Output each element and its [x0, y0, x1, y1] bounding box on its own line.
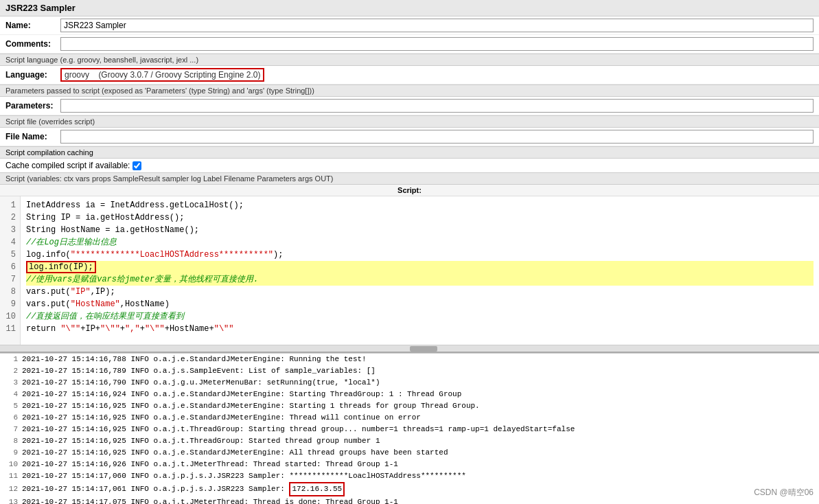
parameters-row: Parameters:	[0, 97, 819, 115]
filename-row: File Name:	[0, 128, 819, 146]
comments-row: Comments:	[0, 35, 819, 54]
script-file-header: Script file (overrides script)	[0, 115, 819, 128]
code-line-9: vars.put("HostName",HostName)	[26, 298, 814, 310]
script-content[interactable]: 12345 67891011 InetAddress ia = InetAddr…	[0, 196, 819, 345]
script-language-header: Script language (e.g. groovy, beanshell,…	[0, 54, 819, 66]
language-value[interactable]: groovy (Groovy 3.0.7 / Groovy Scripting …	[60, 68, 264, 82]
code-line-10: //直接返回值，在响应结果里可直接查看到	[26, 310, 814, 323]
log-line-12: 12 2021-10-27 15:14:17,061 INFO o.a.j.p.…	[0, 482, 819, 496]
parameters-input[interactable]	[60, 99, 814, 113]
comments-label: Comments:	[5, 39, 60, 49]
cache-label: Cache compiled script if available:	[5, 161, 130, 170]
window-title: JSR223 Sampler	[0, 0, 819, 16]
comments-input[interactable]	[60, 37, 814, 51]
parameters-header: Parameters passed to script (exposed as …	[0, 84, 819, 97]
code-line-1: InetAddress ia = InetAddress.getLocalHos…	[26, 199, 814, 211]
code-editor[interactable]: InetAddress ia = InetAddress.getLocalHos…	[21, 196, 819, 345]
code-line-8: vars.put("IP",IP);	[26, 286, 814, 298]
filename-label: File Name:	[5, 132, 60, 141]
log-line-3: 3 2021-10-27 15:14:16,790 INFO o.a.j.g.u…	[0, 377, 819, 389]
script-section-header: Script (variables: ctx vars props Sample…	[0, 172, 819, 185]
horizontal-scrollbar[interactable]	[0, 345, 819, 352]
code-line-4: //在Log日志里输出信息	[26, 236, 814, 249]
log-line-8: 8 2021-10-27 15:14:16,925 INFO o.a.j.t.T…	[0, 435, 819, 447]
code-line-2: String IP = ia.getHostAddress();	[26, 211, 814, 224]
parameters-label: Parameters:	[5, 101, 60, 111]
log-line-6: 6 2021-10-27 15:14:16,925 INFO o.a.j.e.S…	[0, 412, 819, 424]
cache-checkbox[interactable]	[132, 161, 141, 170]
log-line-9: 9 2021-10-27 15:14:16,925 INFO o.a.j.e.S…	[0, 447, 819, 459]
name-label: Name:	[5, 21, 60, 30]
watermark: CSDN @晴空06	[754, 487, 814, 499]
language-label: Language:	[5, 70, 60, 80]
log-line-5: 5 2021-10-27 15:14:16,925 INFO o.a.j.e.S…	[0, 400, 819, 412]
line-numbers: 12345 67891011	[0, 196, 21, 345]
name-input[interactable]	[60, 19, 814, 32]
script-title: Script:	[0, 185, 819, 196]
script-area: Script: 12345 67891011 InetAddress ia = …	[0, 185, 819, 353]
caching-header: Script compilation caching	[0, 146, 819, 159]
log-area: 1 2021-10-27 15:14:16,788 INFO o.a.j.e.S…	[0, 353, 819, 504]
log-line-2: 2 2021-10-27 15:14:16,789 INFO o.a.j.s.S…	[0, 365, 819, 377]
language-row: Language: groovy (Groovy 3.0.7 / Groovy …	[0, 66, 819, 84]
log-line-4: 4 2021-10-27 15:14:16,924 INFO o.a.j.e.S…	[0, 389, 819, 400]
code-line-7: //使用vars是赋值vars给jmeter变量，其他线程可直接使用.	[26, 273, 814, 286]
code-line-11: return "\""+IP+"\""+","+"\""+HostName+"\…	[26, 323, 814, 335]
cache-row: Cache compiled script if available:	[0, 159, 819, 172]
scrollbar-thumb[interactable]	[410, 346, 437, 352]
code-line-3: String HostName = ia.getHostName();	[26, 224, 814, 236]
log-line-7: 7 2021-10-27 15:14:16,925 INFO o.a.j.t.T…	[0, 424, 819, 435]
log-line-11: 11 2021-10-27 15:14:17,060 INFO o.a.j.p.…	[0, 470, 819, 482]
log-line-10: 10 2021-10-27 15:14:16,926 INFO o.a.j.t.…	[0, 459, 819, 470]
log-line-13: 13 2021-10-27 15:14:17,075 INFO o.a.j.t.…	[0, 496, 819, 504]
log-line-1: 1 2021-10-27 15:14:16,788 INFO o.a.j.e.S…	[0, 354, 819, 365]
name-row: Name:	[0, 16, 819, 35]
code-line-5: log.info("*************LoaclHOSTAddress*…	[26, 249, 814, 261]
code-line-6: log.info(IP);	[26, 261, 814, 273]
filename-input[interactable]	[60, 130, 814, 144]
